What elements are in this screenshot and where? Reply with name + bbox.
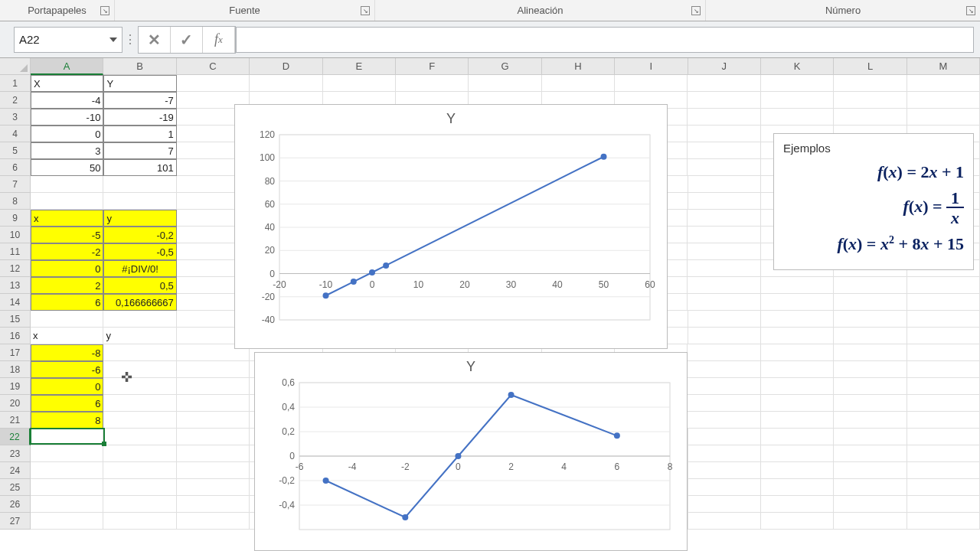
column-header[interactable]: A	[31, 58, 103, 75]
cell[interactable]	[907, 496, 980, 513]
cell[interactable]: -8	[31, 344, 103, 361]
cell[interactable]: -0,2	[103, 227, 176, 243]
cell[interactable]	[834, 445, 906, 462]
row-header[interactable]: 15	[0, 311, 31, 328]
cell[interactable]	[615, 75, 688, 92]
cell[interactable]	[907, 311, 980, 328]
cell[interactable]	[761, 294, 834, 311]
column-header[interactable]: D	[250, 58, 322, 75]
cell[interactable]	[177, 75, 250, 92]
cell[interactable]	[761, 429, 834, 445]
row-header[interactable]: 22	[0, 429, 31, 445]
name-box[interactable]: A22	[14, 27, 122, 53]
cell[interactable]	[177, 429, 250, 445]
cell[interactable]	[834, 328, 906, 344]
cell[interactable]	[31, 311, 103, 328]
cell[interactable]	[834, 462, 906, 479]
cell[interactable]	[177, 513, 250, 530]
cell[interactable]	[907, 429, 980, 445]
cell[interactable]	[907, 344, 980, 361]
dialog-launcher-icon[interactable]: ↘	[966, 6, 975, 15]
dialog-launcher-icon[interactable]: ↘	[361, 6, 370, 15]
cell[interactable]	[761, 92, 834, 109]
cell[interactable]	[396, 75, 469, 92]
cell[interactable]: 3	[31, 142, 103, 159]
cell[interactable]	[761, 311, 834, 328]
column-header[interactable]: B	[103, 58, 176, 75]
cell[interactable]: 0	[31, 260, 103, 277]
cell[interactable]	[834, 75, 906, 92]
cell[interactable]	[688, 361, 760, 378]
cell[interactable]: 101	[103, 159, 176, 176]
row-header[interactable]: 11	[0, 243, 31, 260]
cell[interactable]	[103, 462, 176, 479]
cell[interactable]	[688, 92, 760, 109]
chart-linear[interactable]: Y -40-20020406080100120-20-1001020304050…	[234, 104, 668, 349]
cell[interactable]	[688, 159, 760, 176]
cell[interactable]	[177, 395, 250, 412]
cancel-formula-button[interactable]: ✕	[139, 27, 171, 53]
cell[interactable]	[907, 75, 980, 92]
cell[interactable]	[469, 75, 541, 92]
cell[interactable]	[103, 311, 176, 328]
cell[interactable]	[31, 429, 103, 445]
row-header[interactable]: 16	[0, 328, 31, 344]
cell[interactable]	[688, 142, 760, 159]
cell[interactable]	[688, 462, 761, 479]
cell[interactable]	[177, 378, 250, 395]
cell[interactable]	[907, 378, 980, 395]
cell[interactable]	[688, 126, 760, 142]
cell[interactable]	[103, 344, 176, 361]
column-header[interactable]: F	[396, 58, 469, 75]
cell[interactable]	[31, 445, 103, 462]
cell[interactable]: 0	[31, 126, 103, 142]
row-header[interactable]: 21	[0, 412, 31, 429]
cell[interactable]	[761, 344, 834, 361]
cell[interactable]	[688, 445, 761, 462]
cell[interactable]	[31, 462, 103, 479]
row-header[interactable]: 24	[0, 462, 31, 479]
cell[interactable]	[103, 513, 176, 530]
cell[interactable]	[761, 361, 834, 378]
column-header[interactable]: G	[469, 58, 541, 75]
cell[interactable]	[177, 496, 250, 513]
cell[interactable]	[688, 378, 760, 395]
cell[interactable]	[761, 412, 834, 429]
cell[interactable]	[103, 395, 176, 412]
cell[interactable]: 6	[31, 294, 103, 311]
cell[interactable]	[688, 277, 760, 294]
cell[interactable]: 1	[103, 126, 176, 142]
row-header[interactable]: 25	[0, 479, 31, 496]
cell[interactable]	[834, 92, 906, 109]
cell[interactable]	[31, 513, 103, 530]
cell[interactable]	[688, 513, 761, 530]
row-header[interactable]: 13	[0, 277, 31, 294]
cell[interactable]: -4	[31, 92, 103, 109]
row-header[interactable]: 27	[0, 513, 31, 530]
formula-input[interactable]	[236, 27, 974, 53]
cell[interactable]	[323, 75, 396, 92]
cell[interactable]	[761, 75, 834, 92]
row-header[interactable]: 10	[0, 227, 31, 243]
cell[interactable]	[688, 176, 761, 193]
cell[interactable]	[103, 176, 176, 193]
cell[interactable]: #¡DIV/0!	[103, 260, 176, 277]
cell[interactable]: Y	[103, 75, 176, 92]
cell[interactable]: 0	[31, 378, 103, 395]
cell[interactable]	[907, 462, 980, 479]
row-header[interactable]: 6	[0, 159, 31, 176]
cell[interactable]	[907, 412, 980, 429]
cell[interactable]	[834, 344, 906, 361]
cell[interactable]: 0,166666667	[103, 294, 176, 311]
cell[interactable]: -6	[31, 361, 103, 378]
column-header[interactable]: H	[542, 58, 615, 75]
cell[interactable]	[761, 462, 834, 479]
cell[interactable]	[834, 412, 906, 429]
cell[interactable]	[31, 176, 103, 193]
select-all-button[interactable]	[0, 58, 31, 75]
column-header[interactable]: E	[323, 58, 396, 75]
column-header[interactable]: M	[907, 58, 980, 75]
cell[interactable]	[177, 445, 250, 462]
row-header[interactable]: 17	[0, 344, 31, 361]
cell[interactable]	[834, 277, 906, 294]
